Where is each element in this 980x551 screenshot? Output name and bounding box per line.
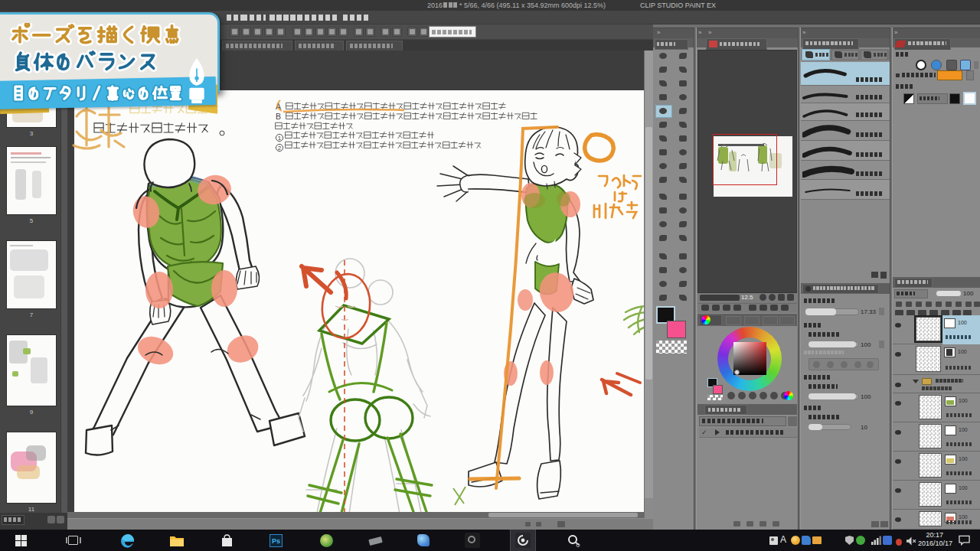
svg-text:2: 2 xyxy=(278,145,282,152)
svg-text:1: 1 xyxy=(278,135,282,142)
svg-text:B: B xyxy=(276,112,281,121)
